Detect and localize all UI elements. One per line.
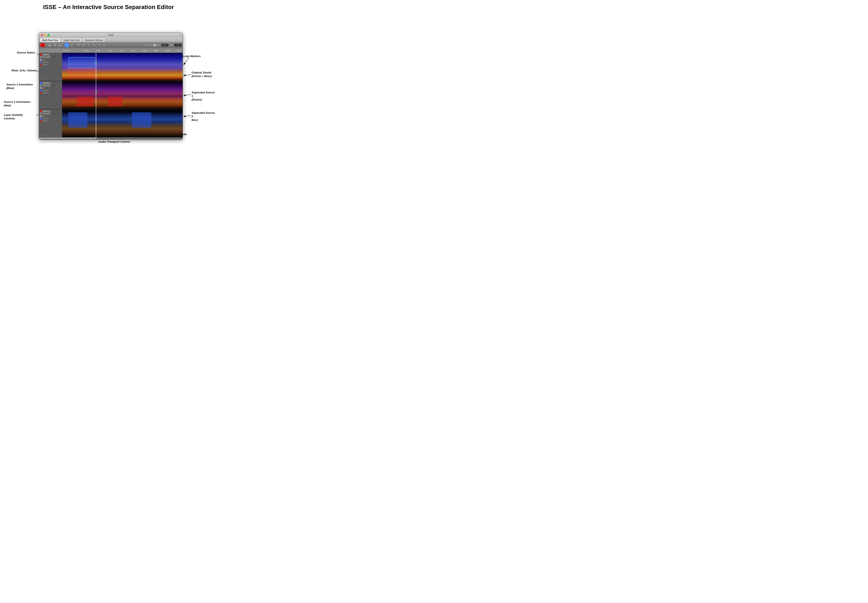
original-sound-label: Original Sound (Drums + Bass) (192, 71, 217, 78)
source-select-label: Source Select (17, 51, 35, 54)
source1-source2-label: Source 2 (42, 92, 49, 94)
loop-markers-label: Loop Markers (183, 54, 201, 58)
source2-volume-display: 0.00 (51, 113, 55, 114)
source1-annotation-blob (68, 57, 95, 68)
title-bar: ISSE ⤢ (39, 33, 183, 37)
add-tool-icon[interactable]: ＋ (70, 43, 74, 47)
source2-track-name: Source 2 (43, 110, 51, 112)
page-title: ISSE – An Interactive Source Separation … (0, 0, 217, 12)
content-area: Mixture M S ⚙ 0.00 Viz (39, 53, 183, 139)
source2-solo-btn[interactable]: S (43, 113, 46, 114)
zoom-thumb[interactable] (153, 44, 156, 46)
source2-viz-label: Viz (42, 115, 45, 117)
source1-mute-btn[interactable]: M (40, 84, 43, 87)
mixture-source2-row: Source 2 (40, 63, 61, 65)
source1-color-swatch (40, 82, 42, 84)
source1-source2-row: Source 2 (40, 92, 61, 94)
source2-spectrogram[interactable] (62, 109, 183, 137)
source1-solo-btn[interactable]: S (43, 84, 46, 87)
track-mixture-panel: Mixture M S ⚙ 0.00 Viz (39, 53, 183, 81)
zoom-slider[interactable] (144, 45, 160, 46)
record-button[interactable] (40, 43, 45, 47)
svg-line-8 (184, 74, 191, 76)
source2-bottom-row: + × (40, 133, 61, 137)
mixture-viz-label: Viz (42, 59, 45, 61)
source1-spectrogram[interactable]: ➤ (62, 81, 183, 109)
source1-source1-dot (40, 90, 42, 91)
svg-line-10 (184, 116, 191, 116)
source1-source1-label: Source 1 (42, 90, 49, 91)
mixture-source1-dot (40, 61, 42, 63)
draw-tool-icon[interactable]: ✏ (65, 43, 69, 47)
track-source2-panel: Source 2 M S ⚙ 0.00 Viz (39, 109, 183, 137)
source2-remove-btn[interactable]: × (43, 134, 46, 137)
mixture-mute-btn[interactable]: M (40, 56, 43, 58)
mixture-viz-row: Viz (40, 59, 61, 61)
source2-add-btn[interactable]: + (40, 134, 43, 137)
master-volume-knob[interactable] (170, 44, 173, 46)
seconds-label: Seconds (62, 49, 85, 51)
tab-multi-paint[interactable]: Multi Paint View (40, 38, 60, 42)
mixture-spec-bg: ➤ (62, 53, 183, 81)
track-source2-controls: Source 2 M S ⚙ 0.00 Viz (39, 109, 62, 137)
mixture-solo-btn[interactable]: S (43, 56, 46, 58)
tab-bar: Multi Paint View Single Paint View Separ… (39, 37, 183, 42)
source1-add-btn[interactable]: + (40, 105, 43, 108)
source1-settings-btn[interactable]: ⚙ (47, 84, 50, 87)
minimize-button[interactable] (44, 34, 46, 36)
play-icon[interactable]: ▶ (48, 43, 52, 47)
source1-source1-row: Source 1 (40, 90, 61, 91)
flip-icon[interactable]: ↻ (87, 43, 91, 47)
mirror-icon[interactable]: ↺ (92, 43, 96, 47)
tab-single-paint[interactable]: Single Paint View (61, 38, 82, 42)
mixture-spectrogram[interactable]: ➤ (62, 53, 183, 81)
mixture-add-btn[interactable]: + (40, 77, 43, 80)
diagram-container: Source Select Drawing Control Extra Brus… (0, 12, 217, 151)
layer-visibility-label: Layer Visibility Controls (4, 113, 34, 121)
separated-source2-label: Separated Source 2 Bass (192, 111, 217, 122)
traffic-lights (41, 34, 50, 36)
mixture-remove-btn[interactable]: × (43, 77, 46, 80)
source2-source1-label: Source 1 (42, 118, 49, 119)
scrollbar-thumb[interactable] (39, 138, 97, 139)
zoom-out-icon[interactable]: 🔍 (82, 43, 86, 47)
app-window: ISSE ⤢ Multi Paint View Single Paint Vie… (39, 32, 183, 139)
export-icon[interactable]: ⇥ (102, 43, 106, 47)
mixture-settings-btn[interactable]: ⚙ (47, 56, 50, 58)
source1-msv-row: M S ⚙ 0.00 (40, 84, 61, 87)
skip-start-icon[interactable]: ⏮ (58, 43, 62, 47)
source1-spec-bg: ➤ (62, 81, 183, 109)
mixture-source2-dot (40, 63, 42, 65)
source2-mute-btn[interactable]: M (40, 113, 43, 114)
expand-icon[interactable]: ⤢ (179, 34, 181, 36)
mixture-source1-label: Source 1 (42, 61, 49, 63)
mixture-name-row: Mixture (40, 54, 61, 56)
source2-source2-dot (40, 120, 42, 122)
zoom-in-icon[interactable]: 🔍 (77, 43, 81, 47)
source2-settings-btn[interactable]: ⚙ (47, 113, 50, 114)
toolbar: ▶ ⏸ ⏮ ✏ ＋ 🔍 🔍 ↻ ↺ 〜 ⇥ (39, 42, 183, 48)
svg-line-9 (184, 94, 191, 96)
waveform-icon[interactable]: 〜 (97, 43, 101, 47)
source2-blue-block-2 (132, 112, 151, 128)
source1-volume-display: 0.00 (51, 85, 55, 86)
zoom-display: 100% (161, 44, 168, 46)
track-mixture-controls: Mixture M S ⚙ 0.00 Viz (39, 53, 62, 81)
source2-viz-row: Viz (40, 115, 61, 117)
source1-viz-row: Viz (40, 87, 61, 89)
playback-cursor-line (96, 53, 96, 81)
mixture-bottom-row: + × (40, 77, 61, 80)
source2-spec-bg (62, 109, 183, 137)
source2-source1-dot (40, 118, 42, 119)
source1-red-block-2 (108, 97, 122, 106)
horizontal-scrollbar[interactable] (39, 137, 183, 139)
source1-remove-btn[interactable]: × (43, 105, 46, 108)
zoom-control[interactable]: 100% (144, 44, 168, 46)
source2-source2-label: Source 2 (42, 120, 49, 122)
maximize-button[interactable] (48, 34, 50, 36)
source2-source1-row: Source 1 (40, 118, 61, 119)
pause-icon[interactable]: ⏸ (53, 43, 57, 47)
close-button[interactable] (41, 34, 43, 36)
tab-separation-settings[interactable]: Separation Settings (82, 38, 105, 42)
toolbar-separator-2 (63, 43, 64, 47)
